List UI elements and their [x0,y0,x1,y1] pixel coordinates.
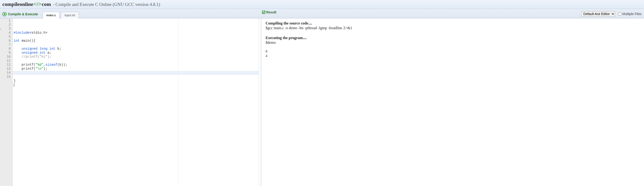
line-number: 15 [0,75,10,79]
tab-input-txt[interactable]: input.txt [61,12,79,18]
line-number: 3▾ [0,27,10,31]
code-line[interactable] [14,35,258,39]
execute-heading: Executing the program.... [266,36,640,40]
line-number: 8 [0,47,10,51]
line-number: 12 [0,63,10,67]
code-editor[interactable]: 123▾456789101112131415 #include<stdio.h>… [0,18,259,186]
line-number: 1 [0,19,10,23]
code-line[interactable]: printf("\n"); [14,67,258,71]
toolbar: Compile & Execute main.c input.txt Defau… [0,9,644,18]
multiple-files-checkbox[interactable] [618,12,621,15]
logo-text-right: com [42,1,51,7]
page-subtitle: - Compile and Execute C Online (GNU GCC … [53,2,160,7]
check-icon [262,10,265,14]
result-header: Result [262,10,276,14]
code-line[interactable] [14,75,258,79]
code-line[interactable] [14,43,258,47]
line-number: 13 [0,67,10,71]
compile-command: $gcc main.c -o demo -lm -pthread -lgmp -… [266,26,640,30]
tab-label: main.c [46,13,56,17]
compile-heading: Compiling the source code.... [266,21,640,25]
toolbar-right: Default Ace Editor Multiple Files [581,11,642,18]
site-logo: compileonline </> com [2,1,51,7]
line-number: 5 [0,35,10,39]
code-line[interactable]: int main(){ [14,39,258,43]
line-number: 14 [0,71,10,75]
main-split: 123▾456789101112131415 #include<stdio.h>… [0,18,644,186]
line-number: 7 [0,43,10,47]
code-line[interactable]: unsigned int a; [14,51,258,55]
logo-text-left: compileonline [2,1,33,7]
line-number: 6 [0,39,10,43]
page-header: compileonline </> com - Compile and Exec… [0,0,644,9]
logo-brackets-icon: </> [34,1,42,7]
multiple-files-label: Multiple Files [622,12,642,16]
code-line[interactable] [14,59,258,63]
code-line[interactable]: } [14,79,258,83]
compile-block: Compiling the source code.... $gcc main.… [266,21,640,30]
code-line[interactable] [14,83,258,87]
code-line[interactable] [14,87,258,91]
editor-select[interactable]: Default Ace Editor [581,11,615,17]
result-label: Result [266,10,276,14]
result-pane: Compiling the source code.... $gcc main.… [261,18,644,186]
line-number: 2 [0,23,10,27]
program-output-line: 8 [266,49,640,53]
play-icon [2,12,6,16]
line-number: 4 [0,31,10,35]
line-number: 11 [0,59,10,63]
program-output-line: 4 [266,54,640,58]
editor-vertical-guide [178,18,178,186]
code-line[interactable]: //printf("hi"); [14,55,258,59]
multiple-files-toggle[interactable]: Multiple Files [618,12,642,16]
file-tabs: main.c input.txt [43,11,79,18]
code-line[interactable]: printf("%d",sizeof(b)); [14,63,258,67]
text-cursor [14,83,14,87]
active-line-highlight [13,71,259,75]
execute-block: Executing the program.... $demo 8 4 [266,36,640,58]
pane-divider[interactable] [259,18,261,186]
line-number: 10 [0,55,10,59]
compile-execute-button[interactable]: Compile & Execute [2,12,38,18]
compile-execute-label: Compile & Execute [8,12,38,16]
tab-label: input.txt [64,13,75,17]
line-number: 9 [0,51,10,55]
code-line[interactable]: #include<stdio.h> [14,31,258,35]
tab-main-c[interactable]: main.c [43,12,60,18]
execute-command: $demo [266,40,640,45]
editor-code-area[interactable]: #include<stdio.h>int main(){ unsigned lo… [13,18,259,186]
editor-gutter: 123▾456789101112131415 [0,18,13,186]
code-line[interactable]: unsigned long int b; [14,47,258,51]
